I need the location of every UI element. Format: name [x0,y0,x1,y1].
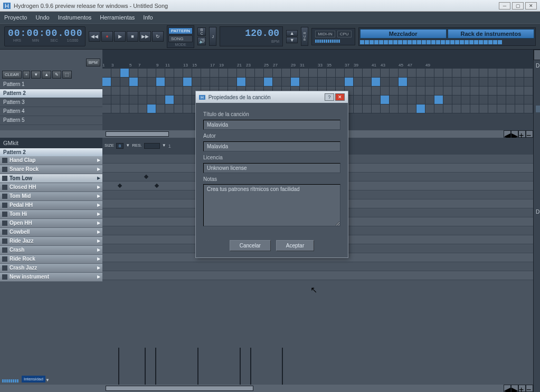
instrument-row[interactable]: Tom Hi▶ [0,210,102,219]
tree-node[interactable]: [4] Snare 2 [536,119,540,126]
tree-node[interactable]: [11] Open Hat [536,167,540,174]
song-cell[interactable] [282,78,291,86]
instrument-row[interactable]: Crash Jazz▶ [0,264,102,273]
song-cell[interactable] [156,69,165,77]
song-cell[interactable] [345,78,354,86]
tree-node[interactable]: [13] Shaker [536,181,540,188]
song-cell[interactable] [327,78,336,86]
song-cell[interactable] [363,87,372,95]
clear-button[interactable]: CLEAR [2,71,22,79]
song-cell[interactable] [443,104,452,113]
song-cell[interactable] [515,104,524,113]
song-cell[interactable] [138,95,147,104]
song-cell[interactable] [381,69,390,77]
res-value[interactable] [144,143,160,149]
tree-node[interactable]: Drumkits de usuario [536,208,540,215]
minimize-button[interactable]: ─ [499,2,510,9]
song-cell[interactable] [129,78,138,86]
song-cell[interactable] [381,87,390,95]
song-cell[interactable] [479,104,488,113]
mute-toggle[interactable] [2,238,7,244]
move-down-button[interactable]: ▼ [31,71,41,79]
song-cell[interactable] [479,87,488,95]
song-cell[interactable] [416,104,425,113]
tree-node[interactable]: [16] Cowbell [536,202,540,208]
song-cell[interactable] [336,78,345,86]
instrument-row[interactable]: Ride Rock▶ [0,255,102,264]
song-cell[interactable] [318,69,327,77]
song-cell[interactable] [156,87,165,95]
song-cell[interactable] [506,104,515,113]
song-cell[interactable] [273,69,282,77]
song-cell[interactable] [111,95,120,104]
song-cell[interactable] [363,95,372,104]
pattern-list-item[interactable]: Pattern 4 [0,107,102,116]
song-cell[interactable] [138,104,147,113]
song-cell[interactable] [354,95,363,104]
song-cell[interactable] [183,87,192,95]
song-cell[interactable] [129,104,138,113]
song-cell[interactable] [120,69,129,77]
song-cell[interactable] [461,69,470,77]
song-cell[interactable] [488,104,497,113]
song-cell[interactable] [165,87,174,95]
ok-button[interactable]: Aceptar [276,240,314,251]
song-cell[interactable] [246,78,255,86]
song-cell[interactable] [102,104,111,113]
song-cell[interactable] [470,87,479,95]
mute-toggle[interactable] [2,194,7,199]
note[interactable] [118,184,122,188]
song-cell[interactable] [434,78,443,86]
song-cell[interactable] [102,87,111,95]
instrument-rack-button[interactable]: Rack de instrumentos [448,29,534,39]
song-cell[interactable] [479,69,488,77]
song-cell[interactable] [515,95,524,104]
song-cell[interactable] [120,87,129,95]
song-cell[interactable] [479,78,488,86]
instrument-row[interactable]: Tom Mid▶ [0,192,102,201]
song-cell[interactable] [237,69,246,77]
song-cell[interactable] [183,104,192,113]
song-cell[interactable] [461,104,470,113]
song-cell[interactable] [524,95,533,104]
song-cell[interactable] [291,78,300,86]
mute-toggle[interactable] [2,247,7,253]
title-input[interactable] [203,120,340,130]
song-cell[interactable] [443,78,452,86]
tree-node[interactable]: [7] Tom Mid [536,140,540,147]
song-cell[interactable] [363,78,372,86]
song-cell[interactable] [416,78,425,86]
song-cell[interactable] [156,104,165,113]
pattern-list-item[interactable]: Pattern 5 [0,116,102,125]
author-input[interactable] [203,141,340,151]
song-cell[interactable] [425,69,434,77]
pattern-list-item[interactable]: Pattern 3 [0,98,102,107]
song-cell[interactable] [300,69,309,77]
song-cell[interactable] [120,95,129,104]
song-cell[interactable] [399,95,408,104]
song-cell[interactable] [488,95,497,104]
mute-toggle[interactable] [2,167,7,172]
tree-node[interactable]: [8] Tom Hi [536,147,540,154]
velocity-label[interactable]: Intensidad [22,376,45,383]
tree-node[interactable]: [15] Clave [536,195,540,202]
speaker-button[interactable]: 🔊 [197,37,206,45]
song-cell[interactable] [425,95,434,104]
mute-toggle[interactable] [2,230,7,235]
song-cell[interactable] [309,78,318,86]
song-cell[interactable] [228,78,237,86]
song-cell[interactable] [497,104,506,113]
instrument-row[interactable]: Snare Rock▶ [0,165,102,174]
song-cell[interactable] [372,104,381,113]
song-cell[interactable] [165,104,174,113]
song-cell[interactable] [372,87,381,95]
song-cell[interactable] [390,95,399,104]
song-cell[interactable] [273,78,282,86]
song-cell[interactable] [506,95,515,104]
velocity-bar[interactable] [145,348,146,385]
song-cell[interactable] [425,104,434,113]
song-cell[interactable] [147,95,156,104]
song-cell[interactable] [390,87,399,95]
tree-node[interactable]: [5] Clap [536,126,540,133]
song-cell[interactable] [354,69,363,77]
